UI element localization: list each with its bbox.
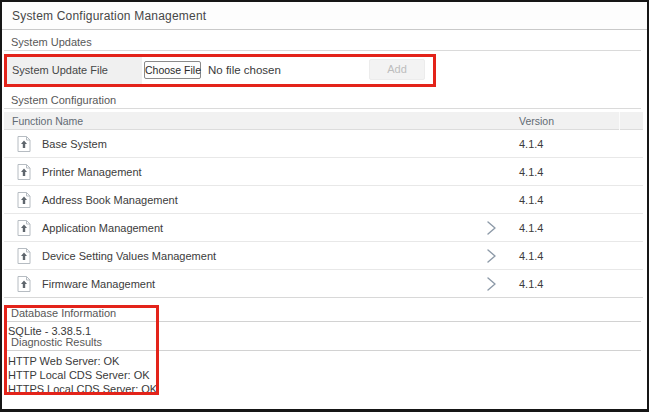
table-row[interactable]: Address Book Management 4.1.4 — [4, 186, 643, 214]
function-version: 4.1.4 — [519, 214, 543, 242]
table-row[interactable]: Printer Management 4.1.4 — [4, 158, 643, 186]
function-name: Printer Management — [42, 158, 142, 186]
column-header-version: Version — [519, 115, 554, 127]
table-row[interactable]: Application Management 4.1.4 — [4, 214, 643, 242]
chevron-right-icon — [486, 277, 497, 291]
diagnostic-result-line: HTTP Web Server: OK — [8, 354, 157, 368]
system-updates-heading: System Updates — [4, 36, 641, 51]
table-row[interactable]: Firmware Management 4.1.4 — [4, 270, 643, 298]
diagnostic-results-list: HTTP Web Server: OK HTTP Local CDS Serve… — [8, 354, 157, 396]
chevron-right-icon — [486, 221, 497, 235]
function-name: Device Setting Values Management — [42, 242, 216, 270]
database-information-heading: Database Information — [4, 307, 641, 322]
document-upload-icon — [17, 248, 31, 264]
function-version: 4.1.4 — [519, 270, 543, 298]
choose-file-button[interactable]: Choose File — [144, 61, 201, 79]
function-name: Application Management — [42, 214, 163, 242]
page-title: System Configuration Management — [12, 9, 206, 23]
function-name: Base System — [42, 130, 107, 158]
document-upload-icon — [17, 164, 31, 180]
function-version: 4.1.4 — [519, 186, 543, 214]
column-header-function-name: Function Name — [12, 115, 83, 127]
system-configuration-heading: System Configuration — [4, 94, 641, 109]
table-row[interactable]: Base System 4.1.4 — [4, 130, 643, 158]
system-update-file-label: System Update File — [5, 57, 142, 84]
function-name: Firmware Management — [42, 270, 155, 298]
page-header: System Configuration Management — [2, 2, 647, 30]
table-row[interactable]: Device Setting Values Management 4.1.4 — [4, 242, 643, 270]
document-upload-icon — [17, 276, 31, 292]
diagnostic-results-heading: Diagnostic Results — [4, 336, 641, 351]
function-name: Address Book Management — [42, 186, 178, 214]
function-table-header: Function Name Version — [4, 112, 643, 130]
document-upload-icon — [17, 136, 31, 152]
file-chosen-status: No file chosen — [208, 64, 281, 76]
document-upload-icon — [17, 192, 31, 208]
add-button[interactable]: Add — [369, 59, 425, 80]
function-table: Base System 4.1.4 Printer Management 4.1… — [4, 130, 643, 298]
function-version: 4.1.4 — [519, 130, 543, 158]
system-configuration-page: System Configuration Management System U… — [0, 0, 649, 412]
chevron-right-icon — [486, 249, 497, 263]
function-version: 4.1.4 — [519, 242, 543, 270]
document-upload-icon — [17, 220, 31, 236]
diagnostic-result-line: HTTPS Local CDS Server: OK — [8, 382, 157, 396]
column-separator — [619, 112, 620, 130]
diagnostic-result-line: HTTP Local CDS Server: OK — [8, 368, 157, 382]
function-version: 4.1.4 — [519, 158, 543, 186]
